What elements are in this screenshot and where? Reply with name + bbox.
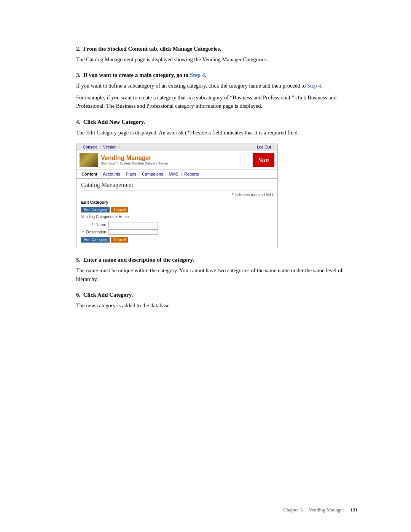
required-note: * Indicates required field — [81, 193, 273, 197]
page-number: 131 — [350, 507, 358, 513]
step-3-body-2: For example, if you want to create a cat… — [76, 93, 358, 110]
add-category-button-top[interactable]: Add Category — [81, 207, 110, 212]
section-title: Edit Category — [81, 200, 273, 204]
step-3-body-1: If you want to define a subcategory of a… — [76, 81, 358, 90]
step4-link-1[interactable]: Step 4 — [190, 72, 205, 78]
nav-content[interactable]: Content — [80, 171, 99, 177]
topbar-left: | Console | Version | — [79, 145, 121, 149]
nav-mms[interactable]: MMS — [167, 171, 180, 177]
app-logo — [80, 153, 98, 167]
ui-header: Vending Manager Sun Java™ System Content… — [76, 150, 277, 170]
console-link[interactable]: Console — [83, 145, 98, 149]
ui-nav: Content | Accounts | Plans | Campaigns |… — [76, 170, 277, 179]
logo-image — [80, 153, 98, 167]
nav-accounts[interactable]: Accounts — [101, 171, 122, 177]
breadcrumb: Vending Categories > Home — [81, 215, 273, 219]
chapter-label: Chapter 3 — [284, 507, 303, 513]
topbar-right: | Log Out | — [253, 145, 275, 149]
ui-screenshot: | Console | Version | | Log Out | — [76, 144, 278, 248]
sun-logo: Sun — [253, 153, 274, 167]
step-4-heading: 4. Click Add New Category. — [76, 119, 358, 125]
top-button-bar: Add Category Cancel — [81, 207, 273, 212]
step-5-body-1: The name must be unique within the categ… — [76, 266, 358, 283]
header-left: Vending Manager Sun Java™ System Content… — [80, 153, 168, 167]
ui-topbar: | Console | Version | | Log Out | — [76, 144, 277, 150]
description-label: * Description — [81, 230, 108, 234]
cancel-button-top[interactable]: Cancel — [111, 207, 128, 212]
step-2-heading: 2. From the Stocked Content tab, click M… — [76, 46, 358, 52]
step-3-heading: 3. If you want to create a main category… — [76, 72, 358, 78]
app-title: Vending Manager Sun Java™ System Content… — [101, 155, 168, 165]
page-footer: Chapter 3 Vending Manager 131 — [284, 507, 358, 513]
app-subtitle: Sun Java™ System Content Delivery Server — [101, 161, 168, 165]
section-label: Vending Manager — [309, 507, 344, 513]
ui-content: Catalog Management * Indicates required … — [76, 179, 277, 248]
name-label: * Name — [81, 222, 108, 227]
step-5-heading: 5. Enter a name and description of the c… — [76, 257, 358, 263]
description-input[interactable] — [108, 229, 158, 235]
step4-link-2[interactable]: Step 4 — [307, 83, 321, 89]
step-6-body-1: The new category is added to the databas… — [76, 301, 358, 310]
name-field-row: * Name — [81, 222, 273, 227]
step-4-body-1: The Edit Category page is displayed. An … — [76, 128, 358, 137]
app-name: Vending Manager — [101, 155, 168, 161]
cancel-button-bottom[interactable]: Cancel — [111, 237, 128, 243]
description-field-row: * Description — [81, 229, 273, 235]
nav-reports[interactable]: Reports — [182, 171, 201, 177]
add-category-button-bottom[interactable]: Add Category — [81, 237, 110, 243]
step-2-body-1: The Catalog Management page is displayed… — [76, 55, 358, 64]
bottom-button-bar: Add Category Cancel — [81, 237, 273, 243]
svg-text:Sun: Sun — [258, 157, 269, 164]
page-title: Catalog Management — [81, 182, 273, 190]
name-input[interactable] — [108, 222, 158, 227]
version-link[interactable]: Version — [103, 145, 116, 149]
nav-plans[interactable]: Plans — [124, 171, 139, 177]
nav-campaigns[interactable]: Campaigns — [140, 171, 165, 177]
logout-link[interactable]: Log Out — [257, 145, 271, 149]
step-6-heading: 6. Click Add Category. — [76, 292, 358, 298]
